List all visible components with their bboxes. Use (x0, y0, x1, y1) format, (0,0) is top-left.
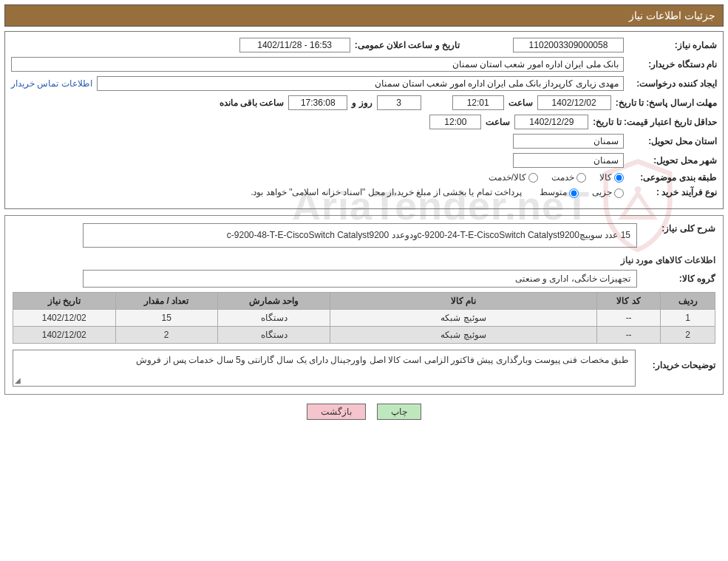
need-no-value: 1102003309000058 (513, 38, 624, 52)
purchase-note: پرداخت تمام یا بخشی از مبلغ خرید،از محل … (251, 187, 522, 197)
cell-unit: دستگاه (217, 326, 330, 343)
col-unit: واحد شمارش (217, 292, 330, 309)
page-title-bar: جزئیات اطلاعات نیاز (4, 4, 724, 27)
province-value: سمنان (513, 134, 624, 149)
goods-group-value: تجهیزات خانگی، اداری و صنعتی (83, 270, 637, 288)
cell-code: -- (597, 309, 661, 326)
buyer-notes-box: طبق مخصات فنی پیوست وبارگذاری پیش فاکتور… (13, 350, 636, 387)
col-name: نام کالا (330, 292, 597, 309)
cell-row: 2 (661, 326, 715, 343)
radio-medium-input[interactable] (569, 188, 579, 198)
announce-label: تاریخ و ساعت اعلان عمومی: (355, 40, 460, 50)
buyer-notes-text: طبق مخصات فنی پیوست وبارگذاری پیش فاکتور… (136, 355, 629, 365)
radio-medium[interactable]: متوسط (540, 187, 579, 197)
summary-label: شرح کلی نیاز: (642, 223, 715, 234)
goods-heading: اطلاعات کالاهای مورد نیاز (13, 255, 715, 265)
cell-code: -- (597, 326, 661, 343)
remaining-label: ساعت باقی مانده (220, 98, 285, 108)
print-button[interactable]: چاپ (377, 404, 421, 420)
col-qty: تعداد / مقدار (115, 292, 217, 309)
table-row: 2--سوئیچ شبکهدستگاه21402/12/02 (13, 326, 715, 343)
validity-time: 12:00 (429, 115, 481, 129)
cell-date: 1402/12/02 (13, 326, 116, 343)
goods-section: شرح کلی نیاز: 15 عدد سوییچc-9200-24-T-E-… (4, 215, 724, 395)
cell-unit: دستگاه (217, 309, 330, 326)
radio-minor[interactable]: جزیی (592, 187, 624, 197)
resize-handle-icon: ◢ (15, 376, 21, 384)
cell-qty: 2 (115, 326, 217, 343)
days-left: 3 (377, 95, 421, 110)
cell-qty: 15 (115, 309, 217, 326)
buyer-contact-link[interactable]: اطلاعات تماس خریدار (11, 78, 92, 89)
time-label-2: ساعت (486, 117, 510, 127)
cell-name: سوئیچ شبکه (330, 309, 597, 326)
countdown: 17:36:08 (288, 95, 347, 110)
goods-table: ردیف کد کالا نام کالا واحد شمارش تعداد /… (13, 292, 715, 344)
table-row: 1--سوئیچ شبکهدستگاه151402/12/02 (13, 309, 715, 326)
org-value: بانک ملی ایران اداره امور شعب استان سمنا… (11, 57, 624, 72)
requester-value: مهدی زیاری کارپرداز بانک ملی ایران اداره… (97, 76, 624, 91)
days-label: روز و (352, 98, 372, 108)
radio-goods[interactable]: کالا (599, 172, 624, 183)
category-label: طبقه بندی موضوعی: (628, 172, 717, 183)
back-button[interactable]: بازگشت (307, 404, 366, 420)
radio-service-input[interactable] (576, 173, 586, 183)
deadline-label: مهلت ارسال پاسخ: تا تاریخ: (616, 98, 717, 108)
province-label: استان محل تحویل: (628, 136, 717, 146)
col-row: ردیف (661, 292, 715, 309)
city-label: شهر محل تحویل: (628, 155, 717, 166)
city-value: سمنان (513, 153, 624, 168)
details-panel: AriaTender.neT شماره نیاز: 1102003309000… (4, 31, 724, 209)
purchase-type-label: نوع فرآیند خرید : (628, 187, 717, 197)
radio-service[interactable]: خدمت (551, 172, 586, 183)
radio-goods-input[interactable] (614, 173, 624, 183)
deadline-time: 12:01 (452, 95, 504, 110)
summary-text: 15 عدد سوییچc-9200-24-T-E-CiscoSwitch Ca… (83, 223, 637, 248)
radio-both[interactable]: کالا/خدمت (489, 172, 538, 183)
radio-minor-input[interactable] (614, 188, 624, 198)
cell-date: 1402/12/02 (13, 309, 116, 326)
action-bar: چاپ بازگشت (4, 404, 724, 424)
requester-label: ایجاد کننده درخواست: (628, 78, 717, 89)
validity-date: 1402/12/29 (514, 115, 588, 129)
org-label: نام دستگاه خریدار: (628, 59, 717, 69)
cell-name: سوئیچ شبکه (330, 326, 597, 343)
page-title: جزئیات اطلاعات نیاز (629, 10, 715, 21)
time-label-1: ساعت (508, 98, 533, 108)
validity-label: حداقل تاریخ اعتبار قیمت: تا تاریخ: (593, 117, 717, 127)
need-no-label: شماره نیاز: (628, 40, 717, 50)
col-code: کد کالا (597, 292, 661, 309)
radio-both-input[interactable] (528, 173, 538, 183)
buyer-notes-label: توضیحات خریدار: (642, 350, 715, 370)
goods-group-label: گروه کالا: (642, 273, 715, 284)
deadline-date: 1402/12/02 (537, 95, 611, 110)
col-date: تاریخ نیاز (13, 292, 116, 309)
cell-row: 1 (661, 309, 715, 326)
announce-value: 16:53 - 1402/11/28 (239, 38, 350, 52)
